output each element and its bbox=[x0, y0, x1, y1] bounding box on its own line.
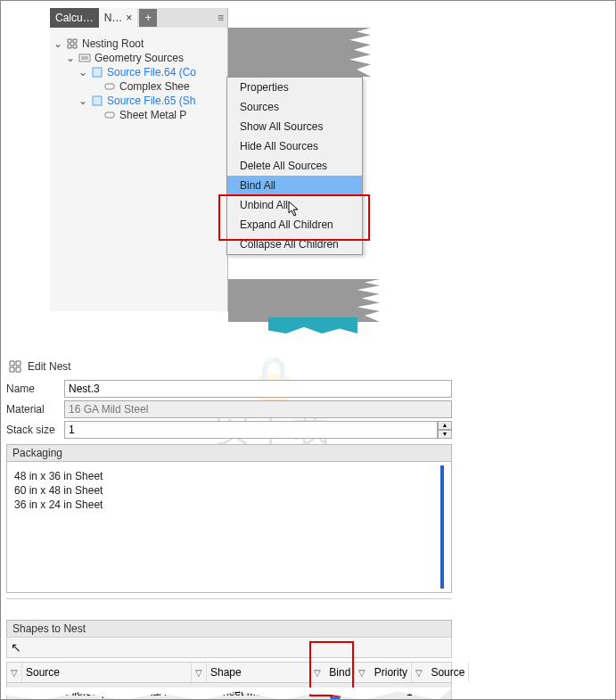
svg-rect-4 bbox=[93, 96, 102, 105]
menu-delete-all-sources[interactable]: Delete All Sources bbox=[227, 156, 362, 176]
svg-rect-3 bbox=[105, 84, 114, 89]
tree-file64-label: Source File.64 (Co bbox=[107, 66, 196, 78]
tree-file65-label: Source File.65 (Sh bbox=[107, 95, 195, 107]
edit-nest-panel: Edit Nest Name Material 16 GA Mild Steel… bbox=[6, 356, 452, 593]
tab-n-label: N… bbox=[104, 12, 123, 24]
packaging-label: Packaging bbox=[6, 444, 452, 461]
tree-sheetmetal-label: Sheet Metal P bbox=[119, 109, 186, 121]
packaging-listbox[interactable]: 48 in x 36 in Sheet 60 in x 48 in Sheet … bbox=[6, 461, 452, 593]
part-icon bbox=[103, 80, 116, 93]
packaging-item[interactable]: 36 in x 24 in Sheet bbox=[14, 498, 437, 512]
chevron-down-icon[interactable]: ⌄ bbox=[53, 37, 62, 50]
tree-complex-sheet[interactable]: Complex Shee bbox=[53, 79, 224, 94]
svg-rect-2 bbox=[93, 68, 102, 77]
menu-collapse-all-children[interactable]: Collapse All Children bbox=[227, 235, 362, 254]
tab-bar: Calcu… N…× + ≡ bbox=[50, 8, 227, 28]
stacksize-label: Stack size bbox=[6, 424, 64, 436]
svg-rect-1 bbox=[81, 56, 88, 60]
close-icon[interactable]: × bbox=[126, 12, 132, 24]
chevron-down-icon[interactable]: ⌄ bbox=[78, 95, 87, 107]
packaging-item[interactable]: 48 in x 36 in Sheet bbox=[14, 469, 437, 483]
filter-icon[interactable]: ▽ bbox=[192, 663, 207, 682]
menu-show-all-sources[interactable]: Show All Sources bbox=[227, 117, 362, 136]
material-value: 16 GA Mild Steel bbox=[64, 400, 452, 418]
material-row: Material 16 GA Mild Steel bbox=[6, 400, 452, 418]
col-source2-label: Source bbox=[431, 666, 464, 679]
tree-geometry-sources[interactable]: ⌄ Geometry Sources bbox=[53, 51, 224, 65]
menu-sources[interactable]: Sources bbox=[227, 97, 362, 117]
step-up-button[interactable]: ▲ bbox=[438, 421, 452, 430]
name-label: Name bbox=[6, 383, 64, 395]
tab-calc-label: Calcu… bbox=[55, 12, 94, 24]
tree-root-label: Nesting Root bbox=[82, 37, 144, 50]
tree-sheet-metal[interactable]: Sheet Metal P bbox=[53, 108, 224, 122]
menu-hide-all-sources[interactable]: Hide All Sources bbox=[227, 136, 362, 156]
browser-panel: Calcu… N…× + ≡ ⌄ Nesting Root ⌄ Geometry… bbox=[50, 8, 228, 311]
nesting-root-icon bbox=[66, 37, 78, 50]
col-priority[interactable]: ▽ Priority bbox=[355, 663, 412, 682]
file-icon bbox=[91, 66, 103, 78]
stacksize-row: Stack size ▲ ▼ bbox=[6, 421, 452, 439]
part-icon bbox=[103, 109, 116, 121]
filter-icon[interactable]: ▽ bbox=[7, 663, 22, 682]
name-input[interactable] bbox=[64, 380, 452, 398]
edit-nest-icon bbox=[8, 359, 22, 374]
tab-n[interactable]: N…× bbox=[99, 8, 138, 28]
col-shape[interactable]: Shape bbox=[207, 663, 310, 682]
file-icon bbox=[91, 95, 103, 107]
chevron-down-icon[interactable]: ⌄ bbox=[78, 66, 87, 78]
menu-properties[interactable]: Properties bbox=[227, 78, 362, 97]
torn-graphic-top bbox=[228, 28, 371, 77]
grid-header: ▽ Source ▽ Shape ▽ Bind ▽ Priority ▽ Sou… bbox=[6, 662, 452, 683]
tree-file-64[interactable]: ⌄ Source File.64 (Co bbox=[53, 65, 224, 79]
shapes-label: Shapes to Nest bbox=[6, 620, 452, 637]
torn-divider bbox=[6, 598, 452, 614]
col-shape-label: Shape bbox=[210, 666, 242, 679]
selection-tool[interactable]: ↖ bbox=[6, 637, 452, 658]
col-priority-label: Priority bbox=[374, 666, 407, 679]
col-bind-label: Bind bbox=[329, 666, 350, 679]
tree-complex-label: Complex Shee bbox=[119, 80, 190, 93]
col-bind[interactable]: ▽ Bind bbox=[310, 663, 355, 682]
col-source2[interactable]: ▽ Source bbox=[412, 663, 469, 682]
torn-graphic-bottom bbox=[228, 279, 380, 322]
tree-root[interactable]: ⌄ Nesting Root bbox=[53, 37, 224, 51]
context-menu: Properties Sources Show All Sources Hide… bbox=[226, 77, 363, 255]
packaging-item[interactable]: 60 in x 48 in Sheet bbox=[14, 483, 437, 498]
tree-geom-label: Geometry Sources bbox=[94, 52, 184, 64]
edit-nest-header: Edit Nest bbox=[6, 356, 452, 377]
shapes-to-nest-panel: Shapes to Nest ↖ ▽ Source ▽ Shape ▽ Bind… bbox=[6, 614, 452, 700]
torn-teal bbox=[268, 317, 357, 334]
menu-bind-all[interactable]: Bind All bbox=[227, 176, 362, 195]
col-source-label: Source bbox=[26, 666, 60, 679]
step-down-button[interactable]: ▼ bbox=[438, 430, 452, 439]
chevron-down-icon[interactable]: ⌄ bbox=[66, 52, 75, 64]
tab-calc[interactable]: Calcu… bbox=[50, 8, 99, 28]
menu-icon[interactable]: ≡ bbox=[218, 12, 224, 24]
material-label: Material bbox=[6, 403, 64, 416]
svg-rect-5 bbox=[105, 112, 114, 118]
menu-unbind-all[interactable]: Unbind All bbox=[227, 195, 362, 215]
edit-nest-title: Edit Nest bbox=[28, 360, 71, 373]
tree-view: ⌄ Nesting Root ⌄ Geometry Sources ⌄ Sour… bbox=[50, 28, 227, 311]
col-source[interactable]: Source bbox=[22, 663, 192, 682]
sources-icon bbox=[78, 52, 91, 64]
name-row: Name bbox=[6, 380, 452, 398]
tree-file-65[interactable]: ⌄ Source File.65 (Sh bbox=[53, 94, 224, 108]
stacksize-input[interactable] bbox=[64, 421, 438, 439]
new-tab-button[interactable]: + bbox=[139, 9, 157, 27]
menu-expand-all-children[interactable]: Expand All Children bbox=[227, 215, 362, 235]
